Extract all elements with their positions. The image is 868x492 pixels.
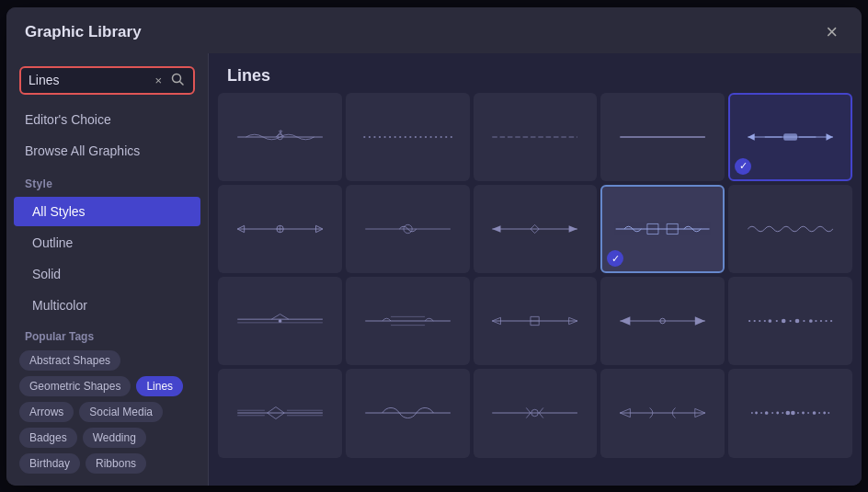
- grid-item-line-3[interactable]: [474, 93, 598, 181]
- tag-birthday[interactable]: Birthday: [19, 453, 80, 474]
- search-wrapper: ×: [6, 61, 208, 104]
- tag-ribbons[interactable]: Ribbons: [86, 453, 146, 474]
- style-item-multicolor[interactable]: Multicolor: [14, 291, 200, 320]
- style-item-solid[interactable]: Solid: [14, 259, 200, 289]
- grid-item-line-7[interactable]: [346, 185, 470, 273]
- svg-marker-22: [569, 225, 577, 232]
- svg-point-43: [776, 320, 778, 322]
- popular-tags-section: Popular Tags Abstract Shapes Geometric S…: [6, 321, 208, 479]
- svg-point-67: [765, 412, 769, 416]
- search-box: ×: [19, 66, 195, 95]
- svg-point-66: [760, 413, 762, 415]
- svg-point-76: [813, 412, 817, 416]
- svg-point-48: [809, 319, 813, 323]
- style-section-label: Style: [6, 166, 208, 196]
- svg-point-26: [279, 319, 282, 323]
- tag-badges[interactable]: Badges: [19, 428, 77, 448]
- line-preview-16: [229, 395, 331, 431]
- line-preview-20: [739, 395, 841, 431]
- sidebar: × Editor's Choice Browse All Grap: [6, 53, 209, 486]
- svg-point-50: [820, 320, 822, 322]
- check-badge-9: ✓: [607, 250, 623, 267]
- line-preview-6: [229, 211, 331, 247]
- grid-item-line-9[interactable]: ✓: [600, 185, 725, 273]
- line-preview-2: [357, 119, 459, 155]
- svg-point-52: [830, 320, 832, 322]
- grid-item-line-14[interactable]: [600, 277, 725, 365]
- svg-point-47: [803, 320, 805, 322]
- style-item-all-styles[interactable]: All Styles: [14, 197, 200, 226]
- svg-point-45: [789, 320, 791, 322]
- check-badge-5: ✓: [735, 158, 751, 175]
- svg-point-40: [759, 320, 760, 322]
- svg-point-68: [771, 413, 773, 415]
- search-submit-button[interactable]: [169, 73, 186, 88]
- tags-container: Abstract Shapes Geometric Shapes Lines A…: [19, 350, 195, 474]
- style-item-outline[interactable]: Outline: [14, 228, 200, 257]
- svg-point-64: [751, 413, 753, 415]
- svg-point-69: [776, 412, 779, 415]
- line-preview-11: [229, 303, 331, 339]
- line-preview-8: [484, 211, 586, 247]
- modal-overlay: Graphic Library × ×: [0, 0, 868, 492]
- svg-point-73: [797, 413, 799, 415]
- svg-point-49: [815, 320, 817, 322]
- main-content: Lines ⚜: [209, 53, 862, 486]
- grid-item-line-5[interactable]: ✓: [728, 93, 852, 181]
- line-preview-13: [484, 303, 586, 339]
- svg-point-70: [782, 413, 783, 415]
- modal-header: Graphic Library ×: [6, 7, 862, 53]
- popular-tags-label: Popular Tags: [19, 330, 195, 343]
- clear-search-button[interactable]: ×: [153, 74, 164, 86]
- grid-item-line-2[interactable]: [346, 93, 470, 181]
- svg-point-77: [818, 413, 820, 415]
- svg-point-39: [754, 320, 756, 322]
- tag-geometric-shapes[interactable]: Geometric Shapes: [19, 376, 131, 396]
- svg-point-65: [755, 412, 758, 415]
- svg-point-71: [785, 411, 790, 416]
- svg-point-44: [782, 319, 786, 324]
- tag-abstract-shapes[interactable]: Abstract Shapes: [19, 350, 120, 371]
- graphics-grid: ⚜: [218, 93, 852, 458]
- grid-item-line-16[interactable]: [218, 369, 342, 457]
- close-button[interactable]: ×: [820, 20, 843, 44]
- line-preview-5: [739, 119, 841, 155]
- grid-item-line-6[interactable]: [218, 185, 342, 273]
- grid-item-line-8[interactable]: [474, 185, 598, 273]
- line-preview-9: [611, 211, 714, 247]
- svg-point-42: [769, 319, 772, 323]
- grid-item-line-4[interactable]: [600, 93, 725, 181]
- line-preview-19: [611, 395, 714, 431]
- tag-wedding[interactable]: Wedding: [83, 428, 146, 448]
- line-preview-3: [484, 119, 586, 155]
- grid-item-line-18[interactable]: [474, 369, 598, 457]
- tag-social-media[interactable]: Social Media: [79, 402, 163, 422]
- svg-marker-9: [748, 133, 754, 140]
- line-preview-1: ⚜: [229, 119, 331, 155]
- modal-title: Graphic Library: [25, 23, 142, 41]
- sidebar-item-editors-choice[interactable]: Editor's Choice: [6, 104, 208, 135]
- svg-point-72: [791, 411, 795, 416]
- line-preview-15: [739, 303, 841, 339]
- svg-line-1: [180, 81, 184, 85]
- svg-marker-10: [827, 133, 833, 140]
- grid-item-line-17[interactable]: [346, 369, 470, 457]
- tag-arrows[interactable]: Arrows: [19, 402, 74, 422]
- grid-item-line-13[interactable]: [474, 277, 598, 365]
- tag-lines[interactable]: Lines: [136, 376, 183, 396]
- grid-item-line-20[interactable]: [728, 369, 852, 457]
- svg-point-51: [825, 320, 827, 322]
- content-title: Lines: [227, 66, 270, 85]
- grid-area: ⚜: [209, 93, 862, 486]
- search-input[interactable]: [29, 73, 147, 87]
- grid-item-line-1[interactable]: ⚜: [218, 93, 342, 181]
- svg-point-75: [807, 413, 809, 415]
- line-preview-18: [484, 395, 586, 431]
- grid-item-line-10[interactable]: [728, 185, 852, 273]
- grid-item-line-11[interactable]: [218, 277, 342, 365]
- line-preview-10: [739, 211, 841, 247]
- sidebar-item-browse-all-graphics[interactable]: Browse All Graphics: [6, 135, 208, 166]
- grid-item-line-19[interactable]: [600, 369, 725, 457]
- grid-item-line-12[interactable]: [346, 277, 470, 365]
- grid-item-line-15[interactable]: [728, 277, 852, 365]
